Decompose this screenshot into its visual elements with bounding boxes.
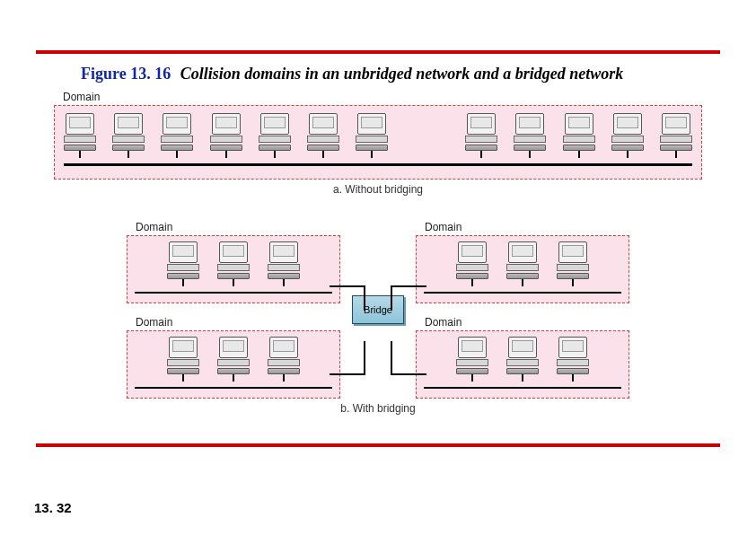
domain-tr: Domain — [416, 235, 629, 303]
domain-label-br: Domain — [423, 316, 463, 329]
collision-domain-tr — [416, 235, 629, 303]
domain-br: Domain — [416, 330, 629, 399]
host-computer-icon — [216, 241, 251, 286]
collision-domain-tl — [127, 235, 340, 303]
caption-a: a. Without bridging — [54, 183, 702, 196]
host-computer-icon — [267, 337, 301, 382]
bus-a — [64, 163, 692, 166]
domain-bl: Domain — [127, 330, 340, 399]
top-rule — [36, 50, 720, 54]
host-computer-icon — [556, 337, 590, 382]
host-computer-icon — [267, 241, 301, 286]
host-computer-icon — [514, 113, 546, 158]
host-row-bl — [135, 337, 332, 382]
host-row-tl — [135, 241, 332, 286]
host-computer-icon — [505, 337, 540, 382]
figure-title: Figure 13. 16 Collision domains in an un… — [81, 65, 720, 83]
host-computer-icon — [465, 113, 497, 158]
host-computer-icon — [259, 113, 291, 158]
host-computer-icon — [563, 113, 595, 158]
bus-br — [424, 387, 621, 389]
domain-label-a: Domain — [61, 91, 101, 103]
domain-tl: Domain — [127, 235, 340, 303]
bridge-cell: Bridge — [351, 295, 405, 324]
collision-domain-br — [416, 330, 629, 399]
host-computer-icon — [112, 113, 145, 158]
diagram-a: Domain — [54, 105, 702, 180]
bridge-device: Bridge — [352, 295, 404, 324]
host-computer-icon — [556, 241, 590, 286]
host-computer-icon — [455, 241, 489, 286]
host-computer-icon — [166, 241, 200, 286]
host-computer-icon — [356, 113, 388, 158]
collision-domain-unbridged — [54, 105, 702, 180]
collision-domain-bl — [127, 330, 340, 399]
host-row-a — [64, 113, 692, 158]
caption-b: b. With bridging — [127, 402, 629, 415]
host-computer-icon — [64, 113, 96, 158]
host-computer-icon — [210, 113, 242, 158]
page-number: 13. 32 — [34, 500, 72, 515]
figure-caption: Collision domains in an unbridged networ… — [180, 65, 624, 83]
host-computer-icon — [307, 113, 339, 158]
host-computer-icon — [166, 337, 200, 382]
bus-tr — [424, 292, 621, 294]
host-computer-icon — [455, 337, 489, 382]
domain-label-tr: Domain — [423, 221, 463, 233]
bus-gap — [404, 113, 449, 158]
bottom-rule — [36, 443, 720, 447]
bus-bl — [135, 387, 332, 389]
host-computer-icon — [611, 113, 644, 158]
bus-tl — [135, 292, 332, 294]
host-computer-icon — [161, 113, 193, 158]
domain-label-bl: Domain — [134, 316, 174, 329]
diagram-b: Domain Domain Bridge — [127, 221, 629, 399]
domain-label-tl: Domain — [134, 221, 174, 233]
figure-number: Figure 13. 16 — [81, 65, 171, 83]
host-computer-icon — [216, 337, 251, 382]
bridge-label: Bridge — [364, 304, 392, 315]
host-computer-icon — [660, 113, 692, 158]
host-computer-icon — [505, 241, 540, 286]
host-row-br — [424, 337, 621, 382]
host-row-tr — [424, 241, 621, 286]
